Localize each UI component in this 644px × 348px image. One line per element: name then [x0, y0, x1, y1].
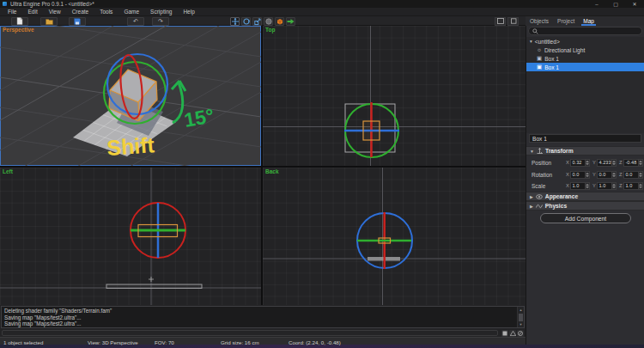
play-tool-button[interactable] — [286, 17, 295, 26]
axis-y-label: Y — [592, 172, 596, 177]
toolbar: ↶ ↷ — [0, 16, 644, 26]
translate-icon — [232, 18, 239, 25]
open-folder-icon — [46, 18, 53, 25]
search-icon — [532, 28, 538, 34]
caret-down-icon[interactable]: ▾ — [530, 39, 532, 44]
position-z-input[interactable]: -0.48 — [623, 159, 643, 167]
rotation-z-input[interactable]: 0.0 — [623, 171, 643, 179]
redo-button[interactable]: ↷ — [152, 17, 169, 26]
open-file-button[interactable] — [40, 17, 58, 26]
tab-objects[interactable]: Objects — [530, 16, 549, 26]
menu-view[interactable]: View — [49, 9, 61, 15]
viewport-grid: Perspective — [0, 26, 526, 305]
menu-game[interactable]: Game — [124, 9, 139, 15]
viewport-back-label: Back — [265, 168, 279, 174]
log-line: Saving map "Maps/test2.ultra"... — [4, 321, 521, 327]
tree-item-label: Box 1 — [544, 56, 559, 62]
viewport-left[interactable]: Left — [0, 168, 261, 305]
entity-name-input[interactable]: Box 1 — [529, 134, 641, 143]
minimize-button[interactable]: – — [587, 0, 606, 8]
viewport-left-label: Left — [3, 168, 13, 174]
spinner[interactable] — [638, 172, 642, 178]
scale-z-input[interactable]: 1.0 — [623, 182, 643, 190]
cube-icon — [276, 18, 283, 25]
section-header-appearance[interactable]: ▶ Appearance — [526, 192, 644, 201]
translate-tool-button[interactable] — [230, 17, 240, 26]
axis-y-label: Y — [592, 160, 596, 165]
panel-tabs: Objects Project Map — [526, 16, 644, 26]
scrollbar-thumb[interactable] — [519, 314, 523, 321]
scale-x-input[interactable]: 1.0 — [570, 182, 590, 190]
menu-create[interactable]: Create — [72, 9, 89, 15]
single-viewport-layout-button[interactable] — [495, 17, 506, 26]
tree-item-box-1-selected[interactable]: ▣ Box 1 — [526, 63, 644, 71]
box-icon: ▣ — [537, 56, 542, 62]
message-filter-button[interactable] — [501, 330, 508, 337]
console-command-input[interactable] — [2, 330, 498, 336]
scroll-up-icon[interactable]: ▲ — [518, 307, 524, 313]
log-line: Deleting shader family "Shaders/Terrain.… — [4, 308, 521, 314]
viewport-perspective[interactable]: Perspective — [0, 26, 261, 166]
error-circle-icon — [518, 331, 523, 336]
spinner[interactable] — [638, 160, 642, 166]
sphere-tool-button[interactable] — [264, 17, 273, 26]
rotate-icon — [243, 18, 250, 25]
spinner[interactable] — [611, 172, 616, 178]
position-y-input[interactable]: 4.23375 — [597, 159, 617, 167]
axis-y-label: Y — [592, 183, 596, 188]
rotate-tool-button[interactable] — [241, 17, 251, 26]
map-panel: ▾ <untitled> ☼ Directional Light ▣ Box 1… — [526, 26, 644, 345]
menu-help[interactable]: Help — [183, 9, 194, 15]
single-viewport-icon — [497, 18, 504, 24]
caret-right-icon: ▶ — [530, 204, 533, 209]
scale-y-input[interactable]: 1.0 — [597, 182, 617, 190]
tab-project[interactable]: Project — [557, 16, 574, 26]
section-header-transform[interactable]: ▼ Transform — [526, 146, 644, 156]
status-view: View: 3D Perspective — [88, 339, 138, 345]
new-file-button[interactable] — [11, 17, 28, 26]
undo-button[interactable]: ↶ — [127, 17, 144, 26]
search-input[interactable] — [528, 27, 642, 35]
log-scrollbar[interactable]: ▲ ▼ — [517, 307, 524, 327]
spinner[interactable] — [638, 183, 642, 189]
add-component-button[interactable]: Add Component — [540, 213, 631, 223]
section-label: Appearance — [545, 193, 578, 199]
rotation-y-input[interactable]: 0.0 — [597, 171, 617, 179]
quad-viewport-layout-button[interactable] — [507, 17, 519, 26]
row-label: Rotation — [532, 172, 552, 178]
tab-map[interactable]: Map — [583, 16, 594, 26]
rotation-x-input[interactable]: 0.0 — [570, 171, 590, 179]
app-logo-icon — [3, 2, 7, 6]
scale-tool-button[interactable] — [252, 17, 262, 26]
menu-tools[interactable]: Tools — [100, 9, 112, 15]
close-button[interactable]: ✕ — [625, 0, 644, 8]
menu-scripting[interactable]: Scripting — [150, 9, 172, 15]
cube-tool-button[interactable] — [275, 17, 284, 26]
menu-file[interactable]: File — [8, 9, 16, 15]
spinner[interactable] — [585, 183, 589, 189]
spinner[interactable] — [585, 172, 589, 178]
shift-key-annotation-text: Shift — [106, 132, 155, 160]
viewport-back[interactable]: Back — [263, 168, 526, 305]
position-x-input[interactable]: 0.32 — [570, 159, 590, 167]
menu-edit[interactable]: Edit — [27, 9, 37, 15]
warning-filter-button[interactable] — [509, 330, 516, 337]
selected-box-outline — [363, 121, 380, 140]
tree-item-directional-light[interactable]: ☼ Directional Light — [526, 46, 644, 54]
rotation-row: Rotation X 0.0 Y 0.0 Z 0.0 — [526, 170, 644, 179]
error-filter-button[interactable] — [517, 330, 524, 337]
save-button[interactable] — [69, 17, 86, 26]
scroll-down-icon[interactable]: ▼ — [518, 321, 524, 327]
perspective-canvas: 15° Shift — [0, 26, 261, 166]
viewport-top[interactable]: Top — [263, 26, 526, 166]
spinner[interactable] — [585, 160, 589, 166]
maximize-button[interactable]: ▢ — [606, 0, 625, 8]
spinner[interactable] — [611, 160, 616, 166]
tree-root-label: <untitled> — [535, 39, 560, 45]
tree-root-untitled[interactable]: ▾ <untitled> — [526, 37, 644, 46]
section-label: Transform — [545, 148, 574, 154]
section-header-physics[interactable]: ▶ Physics — [526, 201, 644, 211]
spinner[interactable] — [611, 183, 616, 189]
axis-x-label: X — [566, 160, 569, 165]
tree-item-box-1[interactable]: ▣ Box 1 — [526, 54, 644, 63]
